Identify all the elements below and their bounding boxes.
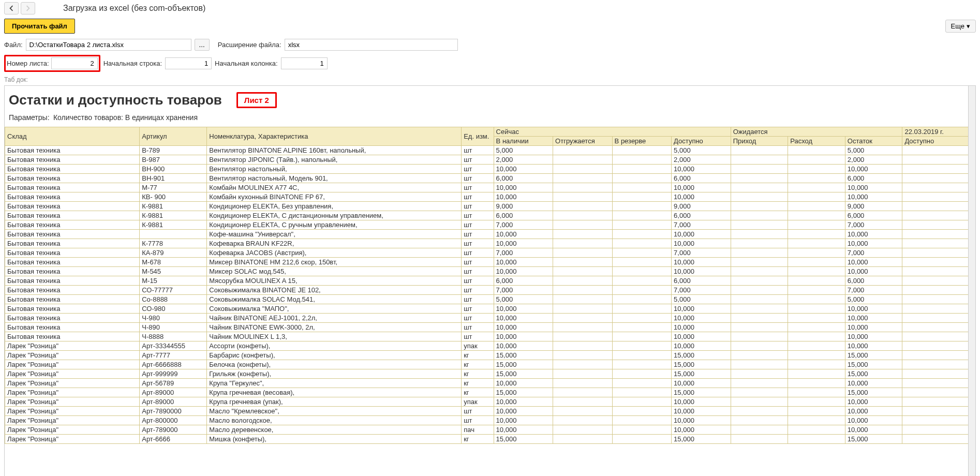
table-cell[interactable] (902, 239, 975, 248)
table-cell[interactable] (731, 379, 788, 388)
table-cell[interactable] (788, 351, 845, 360)
table-cell[interactable] (140, 230, 207, 239)
table-cell[interactable] (788, 388, 845, 397)
table-cell[interactable] (553, 369, 613, 379)
table-cell[interactable]: Масло вологодское, (207, 416, 462, 425)
table-cell[interactable] (902, 332, 975, 341)
table-cell[interactable]: Бытовая техника (5, 276, 140, 286)
table-row[interactable]: Ларек "Розница"Арт-999999Грильяж (конфет… (5, 369, 975, 379)
table-cell[interactable]: шт (462, 211, 494, 220)
table-cell[interactable]: Бытовая техника (5, 165, 140, 174)
col-rezerv[interactable]: В резерве (612, 137, 672, 146)
table-cell[interactable]: Бытовая техника (5, 248, 140, 258)
table-cell[interactable] (612, 248, 672, 258)
table-cell[interactable]: 10,000 (845, 341, 902, 351)
table-cell[interactable]: 10,000 (672, 267, 731, 276)
table-cell[interactable]: 6,000 (494, 174, 553, 183)
table-cell[interactable] (731, 202, 788, 211)
table-cell[interactable] (612, 416, 672, 425)
table-cell[interactable] (553, 248, 613, 258)
table-row[interactable]: Бытовая техникаК-9881Кондиционер ELEKTA,… (5, 211, 975, 220)
table-cell[interactable] (788, 295, 845, 304)
table-cell[interactable] (612, 295, 672, 304)
col-ostatok[interactable]: Остаток (845, 137, 902, 146)
table-cell[interactable] (788, 192, 845, 202)
table-cell[interactable] (612, 332, 672, 341)
table-row[interactable]: Ларек "Розница"Арт-7890000Масло "Кремлев… (5, 407, 975, 416)
table-cell[interactable]: шт (462, 165, 494, 174)
table-cell[interactable] (788, 332, 845, 341)
table-cell[interactable] (612, 239, 672, 248)
table-cell[interactable]: Белочка (конфеты), (207, 360, 462, 369)
table-cell[interactable] (902, 146, 975, 155)
table-cell[interactable] (612, 397, 672, 407)
table-cell[interactable]: 9,000 (672, 202, 731, 211)
table-cell[interactable]: 15,000 (672, 388, 731, 397)
table-cell[interactable]: 6,000 (845, 211, 902, 220)
table-cell[interactable]: 10,000 (845, 258, 902, 267)
table-cell[interactable]: Бытовая техника (5, 146, 140, 155)
table-cell[interactable]: Чайник BINATONE AEJ-1001, 2,2л, (207, 314, 462, 323)
table-cell[interactable]: Арт-7890000 (140, 407, 207, 416)
table-row[interactable]: Ларек "Розница"Арт-7777Барбарис (конфеты… (5, 351, 975, 360)
table-cell[interactable] (902, 267, 975, 276)
table-cell[interactable]: Бытовая техника (5, 258, 140, 267)
table-cell[interactable]: Бытовая техника (5, 295, 140, 304)
table-cell[interactable]: Вентилятор настольный, Модель 901, (207, 174, 462, 183)
table-cell[interactable]: шт (462, 239, 494, 248)
table-cell[interactable]: Бытовая техника (5, 211, 140, 220)
table-row[interactable]: Ларек "Розница"Арт-789000Масло деревенск… (5, 425, 975, 435)
table-cell[interactable] (731, 174, 788, 183)
table-cell[interactable]: Чайник BINATONE EWK-3000, 2л, (207, 323, 462, 332)
table-cell[interactable]: шт (462, 267, 494, 276)
table-cell[interactable] (902, 230, 975, 239)
table-cell[interactable]: шт (462, 220, 494, 230)
table-cell[interactable]: 10,000 (494, 267, 553, 276)
table-cell[interactable] (788, 379, 845, 388)
col-dostupno[interactable]: Доступно (672, 137, 731, 146)
table-cell[interactable]: Вентилятор BINATONE ALPINE 160вт, наполь… (207, 146, 462, 155)
table-cell[interactable]: 10,000 (672, 332, 731, 341)
table-cell[interactable] (788, 211, 845, 220)
table-cell[interactable]: 10,000 (494, 183, 553, 192)
table-cell[interactable]: Арт-999999 (140, 369, 207, 379)
table-cell[interactable]: шт (462, 332, 494, 341)
table-cell[interactable] (902, 211, 975, 220)
table-row[interactable]: Бытовая техникаМ-678Миксер BINATONE HM 2… (5, 258, 975, 267)
table-cell[interactable]: Масло деревенское, (207, 425, 462, 435)
table-cell[interactable] (553, 276, 613, 286)
table-cell[interactable] (612, 165, 672, 174)
table-cell[interactable] (788, 248, 845, 258)
table-row[interactable]: Бытовая техникаКофе-машина "Универсал",ш… (5, 230, 975, 239)
table-cell[interactable] (731, 239, 788, 248)
table-row[interactable]: Бытовая техникаЧ-890Чайник BINATONE EWK-… (5, 323, 975, 332)
table-cell[interactable]: 5,000 (672, 295, 731, 304)
table-cell[interactable]: шт (462, 155, 494, 165)
table-cell[interactable]: шт (462, 258, 494, 267)
table-cell[interactable]: Ларек "Розница" (5, 407, 140, 416)
table-cell[interactable]: упак (462, 341, 494, 351)
table-cell[interactable]: шт (462, 192, 494, 202)
table-cell[interactable]: 10,000 (845, 332, 902, 341)
table-cell[interactable] (902, 341, 975, 351)
table-cell[interactable] (731, 369, 788, 379)
table-cell[interactable] (553, 267, 613, 276)
table-cell[interactable]: Бытовая техника (5, 304, 140, 314)
table-cell[interactable] (553, 341, 613, 351)
col-nomenklatura[interactable]: Номенклатура, Характеристика (207, 127, 462, 146)
table-cell[interactable] (731, 211, 788, 220)
table-row[interactable]: Ларек "Розница"Арт-56789Крупа "Геркулес"… (5, 379, 975, 388)
table-cell[interactable] (731, 360, 788, 369)
table-cell[interactable]: КА-879 (140, 248, 207, 258)
table-cell[interactable] (788, 155, 845, 165)
table-cell[interactable]: Ассорти (конфеты), (207, 341, 462, 351)
table-cell[interactable]: 10,000 (494, 397, 553, 407)
table-cell[interactable]: Грильяж (конфеты), (207, 369, 462, 379)
table-cell[interactable] (553, 220, 613, 230)
table-cell[interactable] (902, 360, 975, 369)
table-cell[interactable]: Бытовая техника (5, 323, 140, 332)
table-cell[interactable]: Бытовая техника (5, 332, 140, 341)
table-cell[interactable]: ВН-901 (140, 174, 207, 183)
table-cell[interactable]: 10,000 (672, 304, 731, 314)
table-cell[interactable]: 9,000 (845, 202, 902, 211)
